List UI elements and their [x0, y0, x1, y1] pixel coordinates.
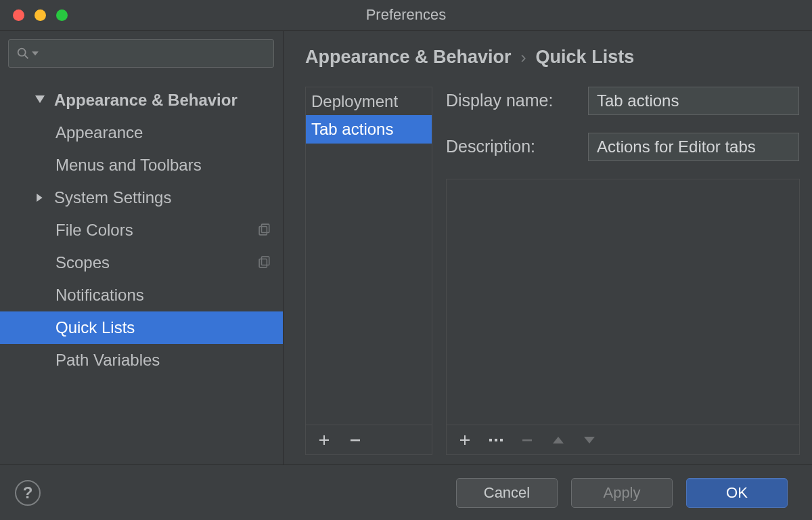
- nav-item-system-settings[interactable]: System Settings: [0, 181, 283, 214]
- apply-button[interactable]: Apply: [571, 478, 673, 508]
- svg-rect-10: [319, 439, 329, 441]
- quick-list-item-deployment[interactable]: Deployment: [306, 87, 432, 116]
- display-name-input[interactable]: [588, 87, 799, 115]
- nav-item-label: File Colors: [55, 219, 133, 242]
- actions-toolbar: [447, 425, 799, 454]
- button-label: Apply: [603, 484, 640, 502]
- nav-item-notifications[interactable]: Notifications: [0, 279, 283, 311]
- svg-rect-14: [489, 439, 492, 441]
- move-up-button[interactable]: [543, 425, 574, 454]
- nav-item-file-colors[interactable]: File Colors: [0, 214, 283, 246]
- chevron-right-icon: [35, 193, 45, 202]
- cancel-button[interactable]: Cancel: [456, 478, 558, 508]
- breadcrumb-parent[interactable]: Appearance & Behavior: [305, 45, 512, 70]
- dialog-footer: ? Cancel Apply OK: [0, 464, 812, 520]
- quick-lists-list[interactable]: Deployment Tab actions: [306, 87, 432, 425]
- add-quick-list-button[interactable]: [309, 425, 340, 454]
- nav-item-appearance[interactable]: Appearance: [0, 116, 283, 149]
- list-item-label: Deployment: [311, 92, 398, 110]
- category-label: Appearance & Behavior: [54, 89, 238, 112]
- help-icon: ?: [23, 481, 33, 504]
- svg-marker-2: [32, 51, 39, 56]
- nav-item-label: Menus and Toolbars: [55, 154, 202, 177]
- description-label: Description:: [446, 135, 576, 158]
- chevron-right-icon: ›: [521, 46, 526, 69]
- project-scope-icon: [258, 219, 271, 242]
- svg-rect-5: [262, 224, 269, 232]
- quick-list-item-tab-actions[interactable]: Tab actions: [306, 115, 432, 144]
- remove-action-button[interactable]: [512, 425, 543, 454]
- settings-tree: Appearance & Behavior Appearance Menus a…: [0, 74, 283, 464]
- list-item-label: Tab actions: [311, 120, 393, 138]
- close-window-button[interactable]: [13, 9, 24, 21]
- add-separator-button[interactable]: [480, 425, 512, 454]
- quick-lists-panel: Deployment Tab actions: [305, 87, 432, 455]
- button-label: Cancel: [484, 484, 530, 502]
- plus-icon: [459, 434, 471, 446]
- nav-item-label: Appearance: [55, 121, 143, 144]
- minus-icon: [349, 434, 361, 446]
- svg-rect-11: [351, 439, 360, 441]
- svg-line-1: [25, 56, 28, 59]
- main-panel: Appearance & Behavior › Quick Lists Depl…: [284, 31, 812, 464]
- settings-search-input[interactable]: [8, 39, 274, 68]
- separator-icon: [489, 434, 503, 446]
- svg-rect-7: [262, 257, 269, 265]
- svg-rect-15: [495, 439, 497, 441]
- arrow-up-icon: [552, 436, 564, 444]
- breadcrumb: Appearance & Behavior › Quick Lists: [305, 45, 800, 70]
- svg-marker-19: [584, 437, 595, 443]
- expand-toggle-icon: [35, 95, 45, 105]
- add-action-button[interactable]: [449, 425, 480, 454]
- svg-rect-17: [522, 439, 532, 441]
- category-appearance-behavior[interactable]: Appearance & Behavior: [0, 84, 283, 116]
- chevron-down-icon: [32, 50, 39, 57]
- window-title: Preferences: [0, 5, 812, 26]
- nav-item-quick-lists[interactable]: Quick Lists: [0, 311, 283, 344]
- project-scope-icon: [258, 251, 271, 274]
- arrow-down-icon: [583, 436, 595, 444]
- svg-rect-16: [500, 439, 503, 441]
- move-down-button[interactable]: [574, 425, 605, 454]
- svg-rect-6: [259, 227, 267, 235]
- svg-rect-13: [460, 439, 470, 441]
- ok-button[interactable]: OK: [686, 478, 788, 508]
- breadcrumb-current: Quick Lists: [536, 45, 635, 70]
- nav-item-menus-toolbars[interactable]: Menus and Toolbars: [0, 149, 283, 181]
- nav-item-label: Notifications: [55, 284, 144, 307]
- nav-item-label: Scopes: [55, 251, 110, 274]
- plus-icon: [318, 434, 330, 446]
- quick-list-detail: Display name: Description:: [446, 87, 800, 455]
- nav-item-label: Quick Lists: [55, 316, 135, 339]
- minus-icon: [521, 434, 533, 446]
- button-label: OK: [726, 484, 748, 502]
- titlebar: Preferences: [0, 0, 812, 31]
- svg-point-0: [18, 49, 26, 56]
- svg-marker-18: [553, 437, 564, 443]
- svg-marker-4: [37, 194, 42, 202]
- quick-lists-toolbar: [306, 425, 432, 454]
- nav-item-path-variables[interactable]: Path Variables: [0, 344, 283, 376]
- minimize-window-button[interactable]: [35, 9, 46, 21]
- nav-item-scopes[interactable]: Scopes: [0, 246, 283, 279]
- remove-quick-list-button[interactable]: [340, 425, 371, 454]
- actions-panel: [446, 179, 800, 455]
- preferences-sidebar: Appearance & Behavior Appearance Menus a…: [0, 31, 284, 464]
- svg-rect-8: [259, 259, 267, 267]
- maximize-window-button[interactable]: [56, 9, 68, 21]
- svg-marker-3: [35, 95, 45, 103]
- nav-item-label: Path Variables: [55, 349, 160, 372]
- window-controls: [13, 9, 68, 21]
- description-input[interactable]: [588, 133, 799, 161]
- actions-list[interactable]: [447, 179, 799, 425]
- search-icon: [16, 46, 30, 61]
- display-name-label: Display name:: [446, 89, 576, 112]
- help-button[interactable]: ?: [15, 480, 41, 506]
- nav-item-label: System Settings: [54, 186, 171, 209]
